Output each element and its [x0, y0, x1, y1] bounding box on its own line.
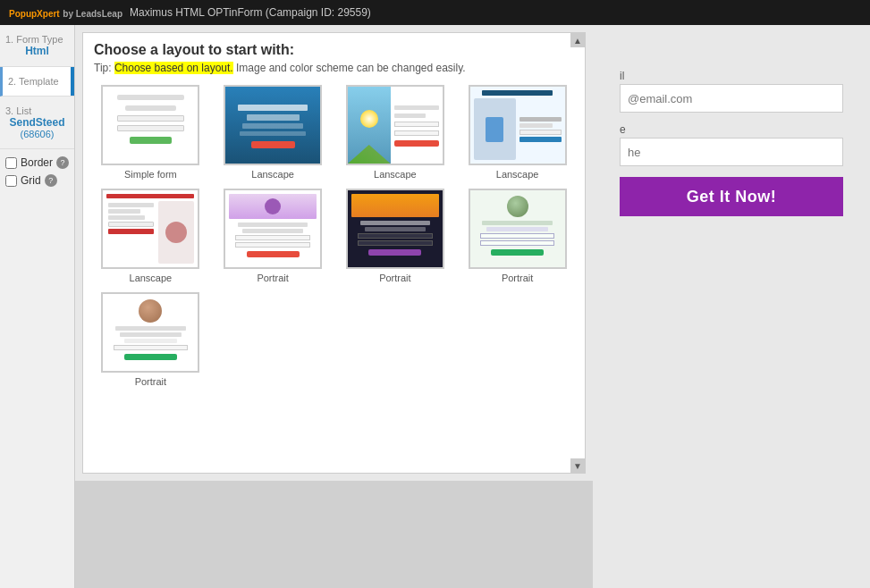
- layout-label-7: Portrait: [502, 273, 533, 283]
- layout-label-5: Portrait: [257, 273, 288, 283]
- layout-thumb-portrait2[interactable]: [346, 189, 444, 269]
- layout-thumb-portrait1[interactable]: [224, 189, 322, 269]
- email-input[interactable]: [620, 84, 843, 113]
- layout-item-lanscape1[interactable]: Lanscape: [216, 85, 330, 180]
- layout-item-portrait3[interactable]: Portrait: [460, 189, 574, 283]
- layout-label-2: Lanscape: [374, 169, 417, 180]
- step1-value: Html: [5, 45, 69, 57]
- layout-label-0: Simple form: [124, 169, 177, 180]
- sidebar-item-template[interactable]: 2. Template: [0, 67, 74, 97]
- page-title: Maximus HTML OPTinForm (Campaign ID: 295…: [130, 6, 371, 19]
- border-label: Border: [21, 156, 53, 169]
- chooser-heading: Choose a layout to start with:: [94, 42, 574, 58]
- name-label: e: [620, 123, 843, 136]
- layout-chooser: Choose a layout to start with: Tip: Choo…: [82, 32, 586, 474]
- scroll-up-arrow[interactable]: ▲: [570, 33, 585, 47]
- layout-label-8: Portrait: [135, 376, 166, 387]
- active-indicator: [71, 67, 74, 96]
- scroll-down-arrow[interactable]: ▼: [570, 458, 585, 473]
- email-label: il: [620, 70, 843, 82]
- grid-checkbox[interactable]: [5, 175, 17, 187]
- app-by: by LeadsLeap: [63, 9, 122, 19]
- layout-chooser-header: Choose a layout to start with: Tip: Choo…: [83, 33, 585, 78]
- layout-thumb-lanscape2[interactable]: [346, 85, 444, 165]
- sidebar: 1. Form Type Html 2. Template 3. List Se…: [0, 25, 75, 588]
- submit-button[interactable]: Get It Now!: [620, 177, 843, 216]
- layout-thumb-simple[interactable]: [101, 85, 199, 165]
- email-field-group: il: [620, 70, 843, 113]
- right-panel: il e Get It Now!: [593, 25, 870, 588]
- grid-option[interactable]: Grid ?: [5, 174, 69, 187]
- bottom-strip: [75, 481, 593, 588]
- sidebar-options: Border ? Grid ?: [0, 149, 74, 194]
- tip-text: Tip: Choose based on layout. Image and c…: [94, 62, 574, 74]
- layout-grid-wrapper[interactable]: Simple form L: [83, 78, 585, 473]
- tip-highlight: Choose based on layout.: [114, 62, 233, 74]
- layout-label-6: Portrait: [379, 273, 410, 283]
- form-preview: il e Get It Now!: [593, 25, 870, 588]
- sidebar-item-list[interactable]: 3. List SendSteed (68606): [0, 97, 74, 149]
- layout-item-portrait1[interactable]: Portrait: [216, 189, 330, 283]
- step2-label: 2. Template: [8, 76, 69, 87]
- step3-value: SendSteed: [5, 116, 69, 129]
- name-input[interactable]: [620, 138, 843, 166]
- layout-item-lanscape4[interactable]: Lanscape: [94, 189, 207, 283]
- border-option[interactable]: Border ?: [5, 156, 69, 169]
- step3-sub: (68606): [5, 129, 69, 139]
- layout-thumb-last[interactable]: [101, 292, 199, 373]
- layout-item-lanscape2[interactable]: Lanscape: [339, 85, 452, 180]
- layout-thumb-portrait3[interactable]: [469, 189, 567, 269]
- layout-thumb-lanscape4[interactable]: [101, 189, 199, 269]
- app-logo: PopupXpert by LeadsLeap: [9, 6, 122, 20]
- name-field-group: e: [620, 123, 843, 166]
- layout-thumb-lanscape1[interactable]: [224, 85, 322, 165]
- tip-suffix: Image and color scheme can be changed ea…: [233, 62, 466, 74]
- app-name: PopupXpert: [9, 9, 60, 19]
- tip-prefix: Tip:: [94, 62, 114, 74]
- border-help-icon[interactable]: ?: [56, 156, 69, 169]
- step3-label: 3. List: [5, 105, 69, 116]
- grid-label: Grid: [21, 174, 41, 187]
- layout-item-lanscape3[interactable]: Lanscape: [460, 85, 574, 180]
- grid-help-icon[interactable]: ?: [45, 174, 57, 187]
- border-checkbox[interactable]: [5, 157, 17, 169]
- step1-label: 1. Form Type: [5, 34, 69, 45]
- layout-item-portrait2[interactable]: Portrait: [339, 189, 452, 283]
- layout-thumb-lanscape3[interactable]: [469, 85, 567, 165]
- sidebar-item-form-type[interactable]: 1. Form Type Html: [0, 25, 74, 67]
- layout-grid: Simple form L: [94, 85, 574, 387]
- main-layout: 1. Form Type Html 2. Template 3. List Se…: [0, 25, 870, 588]
- center-panel: Choose a layout to start with: Tip: Choo…: [75, 25, 593, 588]
- layout-label-1: Lanscape: [251, 169, 294, 180]
- layout-item-last[interactable]: Portrait: [94, 292, 207, 387]
- layout-label-3: Lanscape: [496, 169, 539, 180]
- top-bar: PopupXpert by LeadsLeap Maximus HTML OPT…: [0, 0, 870, 25]
- layout-label-4: Lanscape: [130, 273, 173, 283]
- layout-item-simple[interactable]: Simple form: [94, 85, 207, 180]
